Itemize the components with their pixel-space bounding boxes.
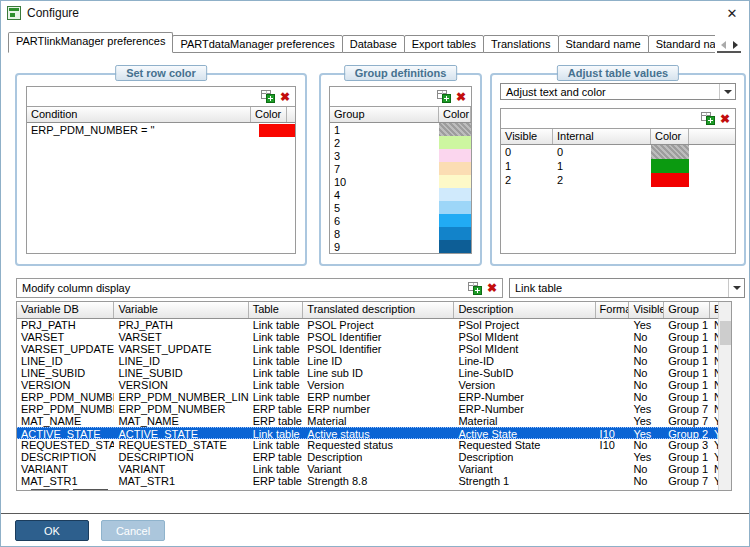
cell: ERP_PDM_NUMBER_LINKTABLE bbox=[114, 391, 248, 403]
column-header-group[interactable]: Group bbox=[330, 107, 439, 122]
table-row[interactable]: ERP_PDM_NUMBER = '' bbox=[27, 123, 295, 137]
color-swatch[interactable] bbox=[651, 159, 689, 173]
table-row[interactable]: 10 bbox=[330, 175, 471, 188]
table-row[interactable]: ACTIVE_STATEACTIVE_STATELink tableActive… bbox=[17, 427, 718, 439]
tab-6[interactable]: Standard name (short) bbox=[648, 35, 715, 53]
table-row[interactable]: VERSIONVERSIONLink tableVersionVersionNo… bbox=[17, 379, 718, 391]
cell: LINE_SUBID bbox=[114, 367, 248, 379]
table-row[interactable]: 9 bbox=[330, 240, 471, 253]
delete-column-icon[interactable]: ✖ bbox=[487, 282, 497, 294]
table-row[interactable]: 00 bbox=[501, 145, 735, 159]
tab-1[interactable]: PARTdataManager preferences bbox=[172, 35, 342, 53]
cell: Requested State bbox=[454, 439, 595, 451]
table-row[interactable]: 7 bbox=[330, 162, 471, 175]
tab-0[interactable]: PARTlinkManager preferences bbox=[8, 32, 173, 53]
cell: Group 7 bbox=[664, 475, 710, 487]
cell: Link table bbox=[249, 463, 304, 475]
cell: Group 1 bbox=[664, 379, 710, 391]
color-swatch[interactable] bbox=[439, 201, 471, 214]
column-header-condition[interactable]: Condition bbox=[27, 107, 251, 122]
table-row[interactable]: 5 bbox=[330, 201, 471, 214]
table-row[interactable]: 2 bbox=[330, 136, 471, 149]
table-row[interactable]: MAT_STR1MAT_STR1ERP tableStrength 8.8Str… bbox=[17, 475, 718, 487]
table-row[interactable]: LINE_SUBIDLINE_SUBIDLink tableLine sub I… bbox=[17, 367, 718, 379]
add-row-icon[interactable] bbox=[701, 112, 715, 125]
internal-cell: 0 bbox=[553, 146, 651, 158]
table-select-dropdown[interactable]: Link table bbox=[509, 278, 745, 298]
delete-row-icon[interactable]: ✖ bbox=[280, 91, 290, 103]
cell: Version bbox=[454, 379, 595, 391]
cell: ERP_PDM_NUMBER bbox=[114, 403, 248, 415]
table-row[interactable]: VARIANTVARIANTLink tableVariantVariantNo… bbox=[17, 463, 718, 475]
cell: PRJ_PATH bbox=[17, 319, 114, 331]
ok-button[interactable]: OK bbox=[15, 520, 89, 541]
column-header-color[interactable]: Color bbox=[651, 129, 689, 144]
cell: No bbox=[629, 439, 664, 451]
column-header-3[interactable]: Translated description bbox=[303, 302, 454, 318]
groupbox-set-row-color: Set row color ✖ Condition Color ERP_PDM_… bbox=[15, 73, 307, 266]
column-header-7[interactable]: Group bbox=[664, 302, 710, 318]
column-header-0[interactable]: Variable DB bbox=[17, 302, 114, 318]
column-header-5[interactable]: Format bbox=[596, 302, 630, 318]
adjust-mode-dropdown[interactable]: Adjust text and color bbox=[500, 83, 736, 100]
color-swatch[interactable] bbox=[439, 175, 471, 188]
tab-scroll-left-icon[interactable] bbox=[717, 38, 729, 53]
cell: N bbox=[710, 343, 718, 355]
color-swatch[interactable] bbox=[439, 227, 471, 240]
column-header-color[interactable]: Color bbox=[439, 107, 471, 122]
table-row[interactable]: 8 bbox=[330, 227, 471, 240]
table-row[interactable]: 6 bbox=[330, 214, 471, 227]
scrollbar-thumb[interactable] bbox=[720, 321, 731, 345]
table-row[interactable]: LINE_IDLINE_IDLink tableLine IDLine-IDNo… bbox=[17, 355, 718, 367]
color-swatch[interactable] bbox=[439, 188, 471, 201]
table-row[interactable]: ERP_PDM_NUMBERERP_PDM_NUMBER_LINKTABLELi… bbox=[17, 391, 718, 403]
table-row[interactable]: REQUESTED_STATEREQUESTED_STATELink table… bbox=[17, 439, 718, 451]
table-row[interactable]: ERP_PDM_NUMBERERP_PDM_NUMBERERP tableERP… bbox=[17, 403, 718, 415]
column-header-4[interactable]: Description bbox=[454, 302, 595, 318]
column-header-1[interactable]: Variable bbox=[114, 302, 248, 318]
tab-4[interactable]: Translations bbox=[483, 35, 559, 53]
tab-scroll-right-icon[interactable] bbox=[729, 38, 741, 53]
column-header-2[interactable]: Table bbox=[249, 302, 304, 318]
group-cell: 8 bbox=[330, 228, 439, 240]
delete-row-icon[interactable]: ✖ bbox=[720, 113, 730, 125]
delete-row-icon[interactable]: ✖ bbox=[456, 91, 466, 103]
column-header-visible[interactable]: Visible bbox=[501, 129, 553, 144]
color-swatch[interactable] bbox=[439, 149, 471, 162]
table-row[interactable]: VARSETVARSETLink tablePSOL IdentifierPSo… bbox=[17, 331, 718, 343]
table-row[interactable]: 11 bbox=[501, 159, 735, 173]
tab-2[interactable]: Database bbox=[342, 35, 405, 53]
add-row-icon[interactable] bbox=[437, 90, 451, 103]
color-swatch[interactable] bbox=[439, 136, 471, 149]
cancel-button[interactable]: Cancel bbox=[101, 520, 165, 541]
table-row[interactable]: 1 bbox=[330, 123, 471, 136]
column-header-color[interactable]: Color bbox=[251, 107, 287, 122]
vertical-scrollbar[interactable] bbox=[718, 302, 731, 490]
group-definitions-body: 12371045689 bbox=[330, 123, 471, 253]
chevron-down-icon bbox=[719, 84, 735, 99]
table-row[interactable]: 3 bbox=[330, 149, 471, 162]
column-header-8[interactable]: E bbox=[710, 302, 718, 318]
color-swatch[interactable] bbox=[439, 123, 471, 136]
column-header-6[interactable]: Visible bbox=[629, 302, 664, 318]
table-row[interactable]: 22 bbox=[501, 173, 735, 187]
tab-3[interactable]: Export tables bbox=[404, 35, 484, 53]
color-swatch[interactable] bbox=[439, 162, 471, 175]
cell: ERP-Number bbox=[454, 403, 595, 415]
cell: Yes bbox=[629, 319, 664, 331]
tab-5[interactable]: Standard name bbox=[558, 35, 649, 53]
table-row[interactable]: PRJ_PATHPRJ_PATHLink tablePSOL ProjectPS… bbox=[17, 319, 718, 331]
color-swatch[interactable] bbox=[439, 214, 471, 227]
close-icon[interactable]: ✕ bbox=[723, 4, 741, 22]
color-swatch[interactable] bbox=[651, 173, 689, 187]
color-swatch[interactable] bbox=[439, 240, 471, 253]
table-row[interactable]: MAT_NAMEMAT_NAMEERP tableMaterialMateria… bbox=[17, 415, 718, 427]
add-column-icon[interactable] bbox=[468, 282, 482, 295]
table-row[interactable]: 4 bbox=[330, 188, 471, 201]
add-row-icon[interactable] bbox=[261, 90, 275, 103]
column-header-internal[interactable]: Internal bbox=[553, 129, 651, 144]
color-swatch[interactable] bbox=[259, 124, 295, 137]
table-row[interactable]: VARSET_UPDATEVARSET_UPDATELink tablePSOL… bbox=[17, 343, 718, 355]
table-row[interactable]: DESCRIPTIONDESCRIPTIONERP tableDescripti… bbox=[17, 451, 718, 463]
color-swatch[interactable] bbox=[651, 145, 689, 159]
